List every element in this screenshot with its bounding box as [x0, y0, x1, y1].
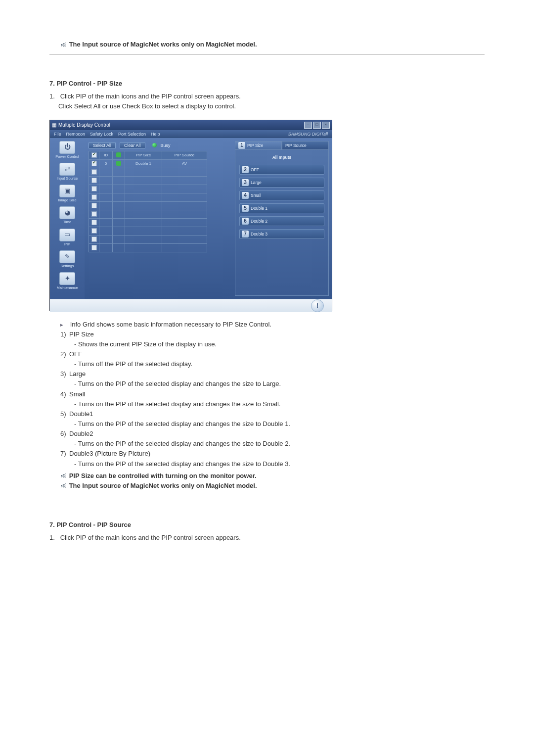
pip-source-heading: 7. PIP Control - PIP Source — [49, 520, 485, 530]
window-min-button[interactable]: – — [304, 122, 312, 129]
info-grid: ID PIP Size PIP Source 0Double 1AV — [89, 151, 207, 252]
document-page: 🕬 The Input source of MagicNet works onl… — [0, 0, 534, 563]
table-row[interactable] — [89, 235, 207, 243]
table-row[interactable] — [89, 201, 207, 210]
sidebar-item-maintenance[interactable]: ✦ Maintenance — [53, 272, 81, 290]
table-row[interactable] — [89, 227, 207, 235]
pip-size-option-button[interactable]: 6Double 2 — [239, 216, 324, 226]
table-row[interactable] — [89, 243, 207, 252]
list-number: 4) — [60, 389, 69, 399]
option-number-chip: 5 — [242, 205, 249, 212]
pip-size-option-button[interactable]: 4Small — [239, 190, 324, 200]
list-description: - Turns on the PIP of the selected displ… — [49, 459, 485, 469]
app-window: ▦ Multiple Display Control – □ × File Re… — [49, 120, 332, 311]
table-row[interactable] — [89, 218, 207, 227]
sidebar-item-label: Power Control — [53, 155, 81, 159]
menu-port-selection[interactable]: Port Selection — [118, 132, 146, 137]
cell-id: 0 — [99, 159, 113, 168]
menu-safety-lock[interactable]: Safety Lock — [90, 132, 113, 137]
note-magicnet-top: 🕬 The Input source of MagicNet works onl… — [49, 40, 485, 49]
header-checkbox[interactable] — [91, 152, 97, 158]
sidebar-item-power[interactable]: ⏻ Power Control — [53, 141, 81, 159]
list-item: 5)Double1 — [49, 409, 485, 419]
sidebar-item-time[interactable]: ◕ Time — [53, 206, 81, 224]
pip-size-heading: 7. PIP Control - PIP Size — [49, 79, 485, 89]
clear-all-button[interactable]: Clear All — [120, 142, 145, 149]
list-description: - Turns off the PIP of the selected disp… — [49, 359, 485, 369]
tab-pip-source[interactable]: PIP Source — [282, 141, 329, 150]
pointer-icon: ▸ — [60, 322, 66, 328]
option-number-chip: 2 — [242, 166, 249, 173]
sidebar-item-input-source[interactable]: ⇄ Input Source — [53, 163, 81, 181]
list-number: 1) — [60, 330, 69, 339]
list-description: - Turns on the PIP of the selected displ… — [49, 439, 485, 449]
select-all-button[interactable]: Select All — [89, 142, 116, 149]
pip-size-instruction-row: 1. Click PIP of the main icons and the P… — [49, 92, 485, 101]
option-label: OFF — [251, 167, 259, 172]
tab-pip-size[interactable]: 1 PIP Size — [235, 141, 282, 150]
list-number: 5) — [60, 409, 69, 419]
table-row[interactable] — [89, 176, 207, 185]
option-label: Double 1 — [251, 206, 267, 211]
pip-size-instruction-2-row: Click Select All or use Check Box to sel… — [49, 101, 485, 111]
sidebar: ⏻ Power Control ⇄ Input Source ▣ Image S… — [50, 138, 85, 299]
table-row[interactable] — [89, 210, 207, 218]
note-text: The Input source of MagicNet works only … — [69, 482, 257, 489]
sidebar-item-label: Settings — [53, 264, 81, 268]
pip-icon: ▭ — [59, 229, 75, 241]
row-checkbox[interactable] — [91, 211, 97, 217]
image-size-icon: ▣ — [59, 185, 75, 197]
table-row[interactable] — [89, 193, 207, 201]
table-row[interactable] — [89, 168, 207, 176]
info-grid-note-row: ▸ Info Grid shows some basic information… — [49, 320, 485, 330]
sidebar-item-settings[interactable]: ✎ Settings — [53, 250, 81, 268]
speaker-icon: 🕬 — [60, 473, 65, 479]
pip-size-option-button[interactable]: 7Double 3 — [239, 229, 324, 239]
app-footer: ! — [50, 299, 332, 312]
sidebar-item-label: Time — [53, 220, 81, 224]
list-item: 2)OFF — [49, 349, 485, 359]
row-checkbox[interactable] — [91, 220, 97, 225]
pip-size-option-button[interactable]: 3Large — [239, 178, 324, 188]
settings-icon: ✎ — [59, 250, 75, 263]
option-number-chip: 3 — [242, 179, 249, 186]
row-checkbox[interactable] — [91, 245, 97, 250]
list-number: 3) — [60, 369, 69, 379]
window-max-button[interactable]: □ — [313, 122, 321, 129]
table-row[interactable] — [89, 185, 207, 193]
pip-size-option-button[interactable]: 5Double 1 — [239, 203, 324, 213]
sidebar-item-label: Image Size — [53, 198, 81, 202]
busy-label: Busy — [161, 143, 171, 148]
list-number: 6) — [60, 429, 69, 439]
list-item: 6)Double2 — [49, 429, 485, 439]
sidebar-item-image-size[interactable]: ▣ Image Size — [53, 185, 81, 202]
menu-remocon[interactable]: Remocon — [66, 132, 86, 137]
info-icon[interactable]: ! — [311, 299, 324, 312]
row-checkbox[interactable] — [91, 194, 97, 200]
pip-size-option-button[interactable]: 2OFF — [239, 165, 324, 175]
grid-header-row: ID PIP Size PIP Source — [89, 151, 207, 159]
option-number-chip: 4 — [242, 192, 249, 199]
row-checkbox[interactable] — [91, 203, 97, 208]
table-row[interactable]: 0Double 1AV — [89, 159, 207, 168]
window-titlebar: ▦ Multiple Display Control – □ × — [50, 120, 332, 130]
row-checkbox[interactable] — [91, 178, 97, 183]
menu-file[interactable]: File — [54, 132, 61, 137]
note-pip-power: 🕬 PIP Size can be controlled with turnin… — [49, 471, 485, 481]
menu-help[interactable]: Help — [151, 132, 160, 137]
cell-pip-source: AV — [162, 159, 207, 168]
list-description: - Turns on the PIP of the selected displ… — [49, 419, 485, 429]
row-checkbox[interactable] — [91, 169, 97, 175]
row-checkbox[interactable] — [91, 186, 97, 191]
list-number: 7) — [60, 449, 69, 459]
grid-header-id: ID — [99, 151, 113, 159]
row-checkbox[interactable] — [91, 161, 97, 166]
info-grid-note: Info Grid shows some basic information n… — [70, 321, 271, 328]
pip-source-instruction: Click PIP of the main icons and the PIP … — [60, 534, 241, 541]
row-checkbox[interactable] — [91, 236, 97, 242]
row-checkbox[interactable] — [91, 228, 97, 234]
option-label: Double 3 — [251, 232, 267, 236]
sidebar-item-pip[interactable]: ▭ PIP — [53, 229, 81, 246]
right-panel: 1 PIP Size PIP Source All Inputs 2OFF3La… — [232, 138, 332, 299]
window-close-button[interactable]: × — [322, 122, 330, 129]
